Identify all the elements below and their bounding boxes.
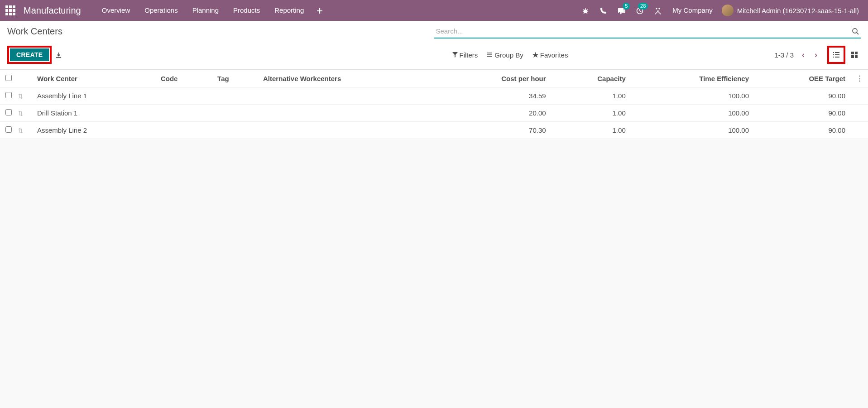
cell-time-eff: 100.00 bbox=[631, 105, 754, 122]
cell-tag bbox=[212, 122, 258, 139]
list-view-button[interactable] bbox=[830, 48, 843, 61]
user-name: Mitchell Admin (16230712-saas-15-1-all) bbox=[737, 7, 859, 14]
col-work-center[interactable]: Work Center bbox=[32, 70, 155, 87]
phone-icon[interactable] bbox=[595, 0, 612, 21]
cell-cost: 34.59 bbox=[439, 87, 551, 105]
debug-icon[interactable] bbox=[576, 0, 595, 21]
cell-name: Assembly Line 2 bbox=[32, 122, 155, 139]
messages-badge: 5 bbox=[623, 3, 630, 10]
col-tag[interactable]: Tag bbox=[212, 70, 258, 87]
select-all-checkbox[interactable] bbox=[5, 75, 12, 81]
cell-capacity: 1.00 bbox=[551, 105, 631, 122]
favorites-button[interactable]: Favorites bbox=[532, 51, 568, 59]
kanban-view-icon bbox=[851, 52, 858, 58]
search-wrap bbox=[434, 24, 861, 38]
highlight-create: CREATE bbox=[7, 46, 52, 64]
cell-code bbox=[155, 105, 212, 122]
cell-code bbox=[155, 122, 212, 139]
cell-alt bbox=[258, 122, 439, 139]
cell-oee: 90.00 bbox=[754, 122, 851, 139]
cell-time-eff: 100.00 bbox=[631, 87, 754, 105]
create-button[interactable]: CREATE bbox=[10, 48, 49, 61]
cell-code bbox=[155, 87, 212, 105]
col-handle bbox=[18, 70, 32, 87]
cell-capacity: 1.00 bbox=[551, 122, 631, 139]
cell-tag bbox=[212, 87, 258, 105]
work-centers-table: Work Center Code Tag Alternative Workcen… bbox=[0, 70, 868, 139]
col-time-eff[interactable]: Time Efficiency bbox=[631, 70, 754, 87]
list-icon bbox=[487, 52, 493, 58]
cell-capacity: 1.00 bbox=[551, 87, 631, 105]
cell-oee: 90.00 bbox=[754, 105, 851, 122]
col-alt[interactable]: Alternative Workcenters bbox=[258, 70, 439, 87]
col-capacity[interactable]: Capacity bbox=[551, 70, 631, 87]
apps-menu-icon[interactable] bbox=[5, 5, 15, 15]
svg-rect-3 bbox=[851, 52, 854, 54]
download-icon[interactable] bbox=[55, 51, 62, 59]
cell-cost: 70.30 bbox=[439, 122, 551, 139]
search-icon[interactable] bbox=[852, 27, 859, 35]
row-checkbox[interactable] bbox=[5, 92, 12, 98]
cell-name: Assembly Line 1 bbox=[32, 87, 155, 105]
menu-operations[interactable]: Operations bbox=[137, 0, 185, 21]
svg-rect-5 bbox=[851, 55, 854, 58]
cell-cost: 20.00 bbox=[439, 105, 551, 122]
menu-overview[interactable]: Overview bbox=[95, 0, 138, 21]
activities-badge: 28 bbox=[638, 3, 648, 10]
menu-products[interactable]: Products bbox=[226, 0, 267, 21]
col-code[interactable]: Code bbox=[155, 70, 212, 87]
row-checkbox[interactable] bbox=[5, 109, 12, 115]
highlight-list-view bbox=[827, 46, 845, 64]
kanban-view-button[interactable] bbox=[848, 48, 861, 61]
search-input[interactable] bbox=[434, 24, 861, 38]
svg-point-2 bbox=[853, 29, 857, 33]
pager-text[interactable]: 1-3 / 3 bbox=[774, 51, 794, 59]
col-oee[interactable]: OEE Target bbox=[754, 70, 851, 87]
groupby-button[interactable]: Group By bbox=[487, 51, 523, 59]
row-checkbox[interactable] bbox=[5, 126, 12, 133]
user-menu[interactable]: Mitchell Admin (16230712-saas-15-1-all) bbox=[718, 5, 863, 16]
drag-handle-icon[interactable]: ⇅ bbox=[18, 127, 23, 134]
col-select-all bbox=[0, 70, 18, 87]
main-menu: Overview Operations Planning Products Re… bbox=[95, 0, 312, 21]
activities-icon[interactable]: 28 bbox=[631, 0, 649, 21]
filters-button[interactable]: Filters bbox=[452, 51, 478, 59]
cell-alt bbox=[258, 87, 439, 105]
new-icon[interactable] bbox=[311, 0, 328, 21]
company-switcher[interactable]: My Company bbox=[667, 0, 718, 21]
svg-rect-6 bbox=[855, 55, 858, 58]
funnel-icon bbox=[452, 52, 458, 58]
pager-next[interactable]: › bbox=[813, 50, 819, 60]
svg-point-0 bbox=[584, 10, 587, 13]
cell-alt bbox=[258, 105, 439, 122]
menu-planning[interactable]: Planning bbox=[185, 0, 226, 21]
menu-reporting[interactable]: Reporting bbox=[267, 0, 311, 21]
list-view-icon bbox=[833, 52, 840, 58]
top-nav: Manufacturing Overview Operations Planni… bbox=[0, 0, 868, 21]
drag-handle-icon[interactable]: ⇅ bbox=[18, 93, 23, 100]
messages-icon[interactable]: 5 bbox=[612, 0, 631, 21]
table-row[interactable]: ⇅Assembly Line 134.591.00100.0090.00 bbox=[0, 87, 868, 105]
avatar bbox=[722, 5, 734, 16]
tools-icon[interactable] bbox=[649, 0, 667, 21]
svg-rect-4 bbox=[855, 52, 858, 54]
app-title: Manufacturing bbox=[24, 5, 81, 16]
table-row[interactable]: ⇅Assembly Line 270.301.00100.0090.00 bbox=[0, 122, 868, 139]
list-view: Work Center Code Tag Alternative Workcen… bbox=[0, 70, 868, 139]
star-icon bbox=[532, 52, 538, 58]
cell-tag bbox=[212, 105, 258, 122]
col-cost[interactable]: Cost per hour bbox=[439, 70, 551, 87]
drag-handle-icon[interactable]: ⇅ bbox=[18, 110, 23, 117]
kebab-icon: ⋮ bbox=[856, 74, 863, 82]
table-row[interactable]: ⇅Drill Station 120.001.00100.0090.00 bbox=[0, 105, 868, 122]
control-panel: Work Centers CREATE Filters bbox=[0, 21, 868, 70]
cell-name: Drill Station 1 bbox=[32, 105, 155, 122]
breadcrumb: Work Centers bbox=[7, 24, 434, 41]
cell-time-eff: 100.00 bbox=[631, 122, 754, 139]
col-options[interactable]: ⋮ bbox=[851, 70, 868, 87]
cell-oee: 90.00 bbox=[754, 87, 851, 105]
pager-prev[interactable]: ‹ bbox=[800, 50, 806, 60]
